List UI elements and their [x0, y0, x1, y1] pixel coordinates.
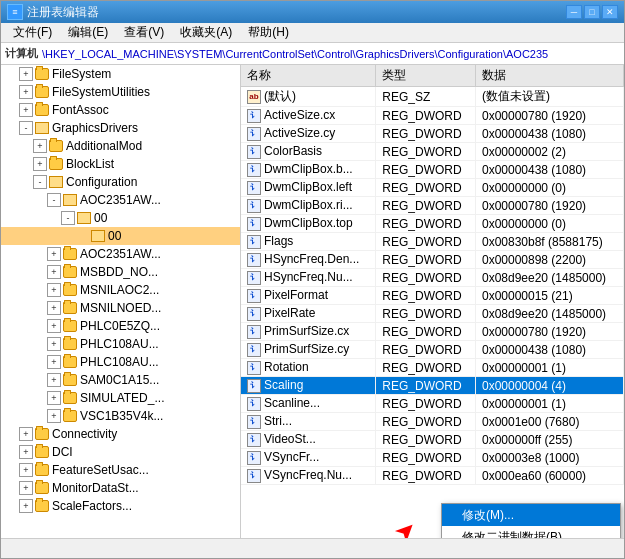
folder-icon-blocklist	[49, 158, 63, 170]
menu-view[interactable]: 查看(V)	[116, 23, 172, 42]
col-type[interactable]: 类型	[376, 65, 476, 87]
tree-panel[interactable]: + FileSystem + FileSystemUtilities + Fon…	[1, 65, 241, 538]
tree-item-featuresetusac[interactable]: + FeatureSetUsac...	[1, 461, 240, 479]
table-row[interactable]: 讠VideoSt...REG_DWORD0x000000ff (255)	[241, 431, 624, 449]
table-row[interactable]: 讠Scanline...REG_DWORD0x00000001 (1)	[241, 395, 624, 413]
menu-favorites[interactable]: 收藏夹(A)	[172, 23, 240, 42]
menu-edit[interactable]: 编辑(E)	[60, 23, 116, 42]
table-row[interactable]: 讠Stri...REG_DWORD0x0001e00 (7680)	[241, 413, 624, 431]
tree-item-aoc2351aw[interactable]: - AOC2351AW...	[1, 191, 240, 209]
tree-item-sam0c1a15[interactable]: + SAM0C1A15...	[1, 371, 240, 389]
expand-dci[interactable]: +	[19, 445, 33, 459]
right-panel[interactable]: 名称 类型 数据 ab(默认)REG_SZ(数值未设置)讠ActiveSize.…	[241, 65, 624, 538]
expand-fontassoc[interactable]: +	[19, 103, 33, 117]
table-row[interactable]: 讠PixelRateREG_DWORD0x08d9ee20 (1485000)	[241, 305, 624, 323]
table-row[interactable]: 讠PixelFormatREG_DWORD0x00000015 (21)	[241, 287, 624, 305]
table-row[interactable]: 讠HSyncFreq.Nu...REG_DWORD0x08d9ee20 (148…	[241, 269, 624, 287]
dword-icon: 讠	[247, 181, 261, 195]
expand-aoc2351aw[interactable]: -	[47, 193, 61, 207]
tree-item-00-parent[interactable]: - 00	[1, 209, 240, 227]
folder-icon-monitordatast	[35, 482, 49, 494]
expand-phlc108au[interactable]: +	[47, 337, 61, 351]
tree-item-additionalmod[interactable]: + AdditionalMod	[1, 137, 240, 155]
table-row[interactable]: 讠HSyncFreq.Den...REG_DWORD0x00000898 (22…	[241, 251, 624, 269]
tree-label-phlc108au: PHLC108AU...	[80, 337, 159, 351]
expand-phlc108au2[interactable]: +	[47, 355, 61, 369]
table-row[interactable]: 讠DwmClipBox.ri...REG_DWORD0x00000780 (19…	[241, 197, 624, 215]
expand-blocklist[interactable]: +	[33, 157, 47, 171]
tree-item-phlc108au[interactable]: + PHLC108AU...	[1, 335, 240, 353]
table-row[interactable]: 讠ScalingREG_DWORD0x00000004 (4)	[241, 377, 624, 395]
expand-additionalmod[interactable]: +	[33, 139, 47, 153]
expand-aoc2351aw2[interactable]: +	[47, 247, 61, 261]
tree-item-msnilaoc2[interactable]: + MSNILAOC2...	[1, 281, 240, 299]
tree-item-filesystemutilities[interactable]: + FileSystemUtilities	[1, 83, 240, 101]
expand-msnilaoc2[interactable]: +	[47, 283, 61, 297]
table-row[interactable]: 讠FlagsREG_DWORD0x00830b8f (8588175)	[241, 233, 624, 251]
table-row[interactable]: 讠DwmClipBox.b...REG_DWORD0x00000438 (108…	[241, 161, 624, 179]
folder-icon-msnilnoed	[63, 302, 77, 314]
menu-help[interactable]: 帮助(H)	[240, 23, 297, 42]
tree-item-connectivity[interactable]: + Connectivity	[1, 425, 240, 443]
expand-featuresetusac[interactable]: +	[19, 463, 33, 477]
table-row[interactable]: 讠RotationREG_DWORD0x00000001 (1)	[241, 359, 624, 377]
expand-vsc1b35v4k[interactable]: +	[47, 409, 61, 423]
table-row[interactable]: 讠DwmClipBox.leftREG_DWORD0x00000000 (0)	[241, 179, 624, 197]
tree-item-graphicsdrivers[interactable]: - GraphicsDrivers	[1, 119, 240, 137]
tree-item-msbdd[interactable]: + MSBDD_NO...	[1, 263, 240, 281]
tree-item-msnilnoed[interactable]: + MSNILNOED...	[1, 299, 240, 317]
col-data[interactable]: 数据	[475, 65, 623, 87]
table-row[interactable]: 讠PrimSurfSize.cxREG_DWORD0x00000780 (192…	[241, 323, 624, 341]
table-row[interactable]: 讠ActiveSize.cxREG_DWORD0x00000780 (1920)	[241, 107, 624, 125]
expand-sam0c1a15[interactable]: +	[47, 373, 61, 387]
cell-data: 0x00000015 (21)	[475, 287, 623, 305]
expand-monitordatast[interactable]: +	[19, 481, 33, 495]
tree-item-00-child[interactable]: 00	[1, 227, 240, 245]
dword-icon: 讠	[247, 379, 261, 393]
table-row[interactable]: 讠ColorBasisREG_DWORD0x00000002 (2)	[241, 143, 624, 161]
expand-msnilnoed[interactable]: +	[47, 301, 61, 315]
expand-connectivity[interactable]: +	[19, 427, 33, 441]
expand-filesystemutilities[interactable]: +	[19, 85, 33, 99]
tree-item-vsc1b35v4k[interactable]: + VSC1B35V4k...	[1, 407, 240, 425]
tree-item-phlc0e5zq[interactable]: + PHLC0E5ZQ...	[1, 317, 240, 335]
table-row[interactable]: 讠VSyncFreq.Nu...REG_DWORD0x000ea60 (6000…	[241, 467, 624, 485]
tree-item-scalefactors[interactable]: + ScaleFactors...	[1, 497, 240, 515]
window-title: 注册表编辑器	[27, 4, 566, 21]
col-name[interactable]: 名称	[241, 65, 376, 87]
table-row[interactable]: 讠VSyncFr...REG_DWORD0x00003e8 (1000)	[241, 449, 624, 467]
tree-item-dci[interactable]: + DCI	[1, 443, 240, 461]
expand-msbdd[interactable]: +	[47, 265, 61, 279]
tree-item-configuration[interactable]: - Configuration	[1, 173, 240, 191]
address-path[interactable]: \HKEY_LOCAL_MACHINE\SYSTEM\CurrentContro…	[42, 48, 548, 60]
tree-item-fontassoc[interactable]: + FontAssoc	[1, 101, 240, 119]
table-row[interactable]: 讠ActiveSize.cyREG_DWORD0x00000438 (1080)	[241, 125, 624, 143]
expand-scalefactors[interactable]: +	[19, 499, 33, 513]
tree-item-simulated[interactable]: + SIMULATED_...	[1, 389, 240, 407]
expand-graphicsdrivers[interactable]: -	[19, 121, 33, 135]
expand-filesystem[interactable]: +	[19, 67, 33, 81]
maximize-button[interactable]: □	[584, 5, 600, 19]
tree-item-monitordatast[interactable]: + MonitorDataSt...	[1, 479, 240, 497]
table-row[interactable]: 讠PrimSurfSize.cyREG_DWORD0x00000438 (108…	[241, 341, 624, 359]
tree-item-blocklist[interactable]: + BlockList	[1, 155, 240, 173]
string-icon: ab	[247, 90, 261, 104]
tree-item-aoc2351aw2[interactable]: + AOC2351AW...	[1, 245, 240, 263]
menu-file[interactable]: 文件(F)	[5, 23, 60, 42]
address-bar: 计算机 \HKEY_LOCAL_MACHINE\SYSTEM\CurrentCo…	[1, 43, 624, 65]
tree-item-filesystem[interactable]: + FileSystem	[1, 65, 240, 83]
expand-simulated[interactable]: +	[47, 391, 61, 405]
cell-name: 讠PrimSurfSize.cy	[241, 341, 376, 359]
table-row[interactable]: 讠DwmClipBox.topREG_DWORD0x00000000 (0)	[241, 215, 624, 233]
expand-phlc0e5zq[interactable]: +	[47, 319, 61, 333]
tree-item-phlc108au2[interactable]: + PHLC108AU...	[1, 353, 240, 371]
cell-type: REG_DWORD	[376, 305, 476, 323]
minimize-button[interactable]: ─	[566, 5, 582, 19]
context-menu-item-modify-binary[interactable]: 修改二进制数据(B)...	[442, 526, 620, 538]
close-button[interactable]: ✕	[602, 5, 618, 19]
table-row[interactable]: ab(默认)REG_SZ(数值未设置)	[241, 87, 624, 107]
expand-00-parent[interactable]: -	[61, 211, 75, 225]
expand-configuration[interactable]: -	[33, 175, 47, 189]
context-menu-item-modify[interactable]: 修改(M)...	[442, 504, 620, 526]
cell-type: REG_SZ	[376, 87, 476, 107]
